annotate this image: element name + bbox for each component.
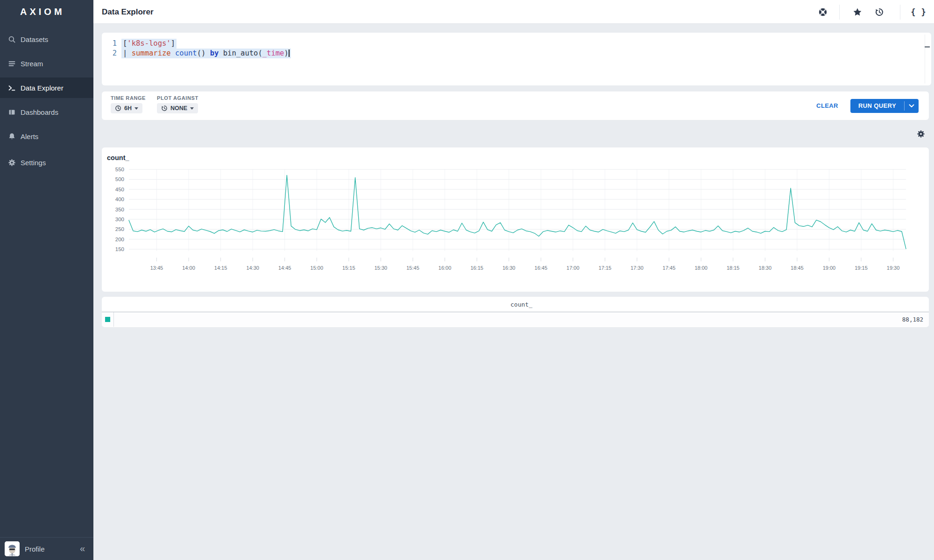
x-tick-label: 19:30 — [887, 265, 900, 271]
sidebar-item-label: Settings — [21, 159, 46, 167]
code-token: [ — [123, 39, 127, 48]
x-tick-label: 15:15 — [342, 265, 355, 271]
code-token: ( — [258, 49, 262, 57]
x-tick-label: 16:30 — [502, 265, 516, 271]
table-row[interactable]: 88,182 — [102, 312, 929, 327]
plot-against-dropdown[interactable]: NONE — [157, 103, 198, 113]
history-icon[interactable] — [871, 4, 887, 20]
page-header: Data Explorer — [93, 0, 934, 24]
query-editor[interactable]: 1['k8s-logs']2| summarize count() by bin… — [102, 33, 931, 85]
x-tick-label: 14:15 — [214, 265, 227, 271]
x-tick-label: 18:15 — [727, 265, 740, 271]
chart-settings-gear-icon[interactable] — [913, 126, 929, 142]
plot-against-label: PLOT AGAINST — [157, 95, 198, 101]
code-line-1[interactable]: 1['k8s-logs'] — [102, 39, 931, 49]
run-query-dropdown[interactable] — [905, 99, 919, 113]
star-icon[interactable] — [849, 4, 865, 20]
sidebar-item-label: Stream — [21, 60, 43, 68]
bell-icon — [8, 133, 16, 140]
x-tick-label: 18:45 — [791, 265, 804, 271]
count-value: 88,182 — [114, 312, 929, 327]
y-tick-label: 450 — [115, 187, 124, 192]
time-range-label: TIME RANGE — [111, 95, 146, 101]
header-divider — [900, 5, 900, 20]
header-divider — [839, 5, 840, 20]
line-number: 2 — [102, 49, 117, 58]
series-swatch — [105, 317, 110, 322]
code-token: summarize — [132, 49, 171, 57]
sidebar-item-label: Dashboards — [21, 108, 58, 116]
profile-bar[interactable]: Profile « — [0, 537, 93, 560]
query-toolbar: TIME RANGE 6H PLOT AGAINST — [102, 91, 929, 120]
x-tick-label: 19:00 — [823, 265, 836, 271]
code-token — [205, 49, 210, 57]
code-line-2[interactable]: 2| summarize count() by bin_auto(_time) — [102, 49, 931, 58]
plot-against-group: PLOT AGAINST NONE — [157, 95, 198, 113]
y-tick-label: 550 — [115, 167, 124, 172]
collapse-sidebar-icon[interactable]: « — [80, 543, 85, 554]
code-token: 'k8s-logs' — [127, 39, 170, 48]
code-token: _time — [262, 49, 284, 57]
legend-cell — [102, 312, 114, 327]
code-token: () — [197, 49, 206, 57]
help-buoy-icon[interactable] — [815, 4, 831, 20]
x-tick-label: 16:15 — [470, 265, 483, 271]
chevron-down-icon — [909, 104, 914, 108]
x-tick-label: 19:15 — [855, 265, 868, 271]
run-query-button[interactable]: RUN QUERY — [850, 99, 919, 113]
code-token: count — [175, 49, 197, 57]
sidebar-item-dashboards[interactable]: Dashboards — [0, 102, 93, 122]
app-root: AXIOM DatasetsStreamData ExplorerDashboa… — [0, 0, 934, 560]
y-tick-label: 500 — [115, 176, 124, 182]
code-token: bin_auto — [223, 49, 258, 57]
x-tick-label: 18:00 — [694, 265, 708, 271]
chevron-down-icon — [190, 107, 194, 110]
y-tick-label: 150 — [115, 246, 124, 252]
code-text: ['k8s-logs'] — [121, 39, 177, 49]
count-series-line — [129, 175, 906, 249]
axiom-logo: AXIOM — [20, 7, 65, 17]
clock-icon — [115, 105, 121, 112]
results-table: count_ 88,182 — [102, 297, 929, 327]
sidebar-item-label: Alerts — [21, 133, 38, 140]
avatar[interactable] — [5, 541, 20, 556]
code-lines: 1['k8s-logs']2| summarize count() by bin… — [102, 33, 931, 58]
plot-against-value: NONE — [170, 105, 187, 112]
page-title: Data Explorer — [102, 7, 154, 17]
time-range-dropdown[interactable]: 6H — [111, 103, 142, 113]
sidebar-item-alerts[interactable]: Alerts — [0, 126, 93, 147]
terminal-icon — [8, 84, 16, 92]
sidebar-item-datasets[interactable]: Datasets — [0, 29, 93, 49]
main-area: Data Explorer — [93, 0, 934, 560]
search-icon — [8, 35, 16, 43]
sidebar-item-settings[interactable]: Settings — [0, 152, 93, 173]
table-header-row: count_ — [102, 297, 929, 312]
editor-scrollbar[interactable] — [925, 35, 925, 84]
profile-label: Profile — [25, 545, 45, 553]
time-range-value: 6H — [124, 105, 132, 112]
chevron-down-icon — [134, 107, 138, 110]
clear-button[interactable]: CLEAR — [816, 102, 838, 109]
sidebar-item-stream[interactable]: Stream — [0, 53, 93, 74]
gear-icon — [8, 159, 16, 167]
x-tick-label: 14:30 — [246, 265, 259, 271]
x-tick-label: 14:45 — [278, 265, 291, 271]
editor-scrollbar-thumb[interactable] — [925, 46, 930, 48]
x-tick-label: 17:30 — [630, 265, 644, 271]
legend-column-spacer — [102, 297, 114, 312]
y-tick-label: 400 — [115, 196, 124, 202]
x-tick-label: 17:15 — [599, 265, 612, 271]
timeseries-chart[interactable]: 13:4514:0014:1514:3014:4515:0015:1515:30… — [102, 147, 929, 292]
x-tick-label: 13:45 — [150, 265, 163, 271]
x-tick-label: 16:00 — [439, 265, 452, 271]
history-small-icon — [161, 105, 168, 112]
x-tick-label: 15:45 — [406, 265, 419, 271]
code-token: | — [123, 49, 132, 57]
stream-icon — [8, 60, 16, 68]
time-range-group: TIME RANGE 6H — [111, 95, 146, 113]
code-token: by — [210, 49, 219, 57]
code-braces-icon[interactable]: { } — [911, 4, 927, 20]
y-tick-label: 250 — [115, 226, 124, 232]
sidebar-item-data-explorer[interactable]: Data Explorer — [0, 77, 93, 98]
x-tick-label: 15:30 — [375, 265, 388, 271]
